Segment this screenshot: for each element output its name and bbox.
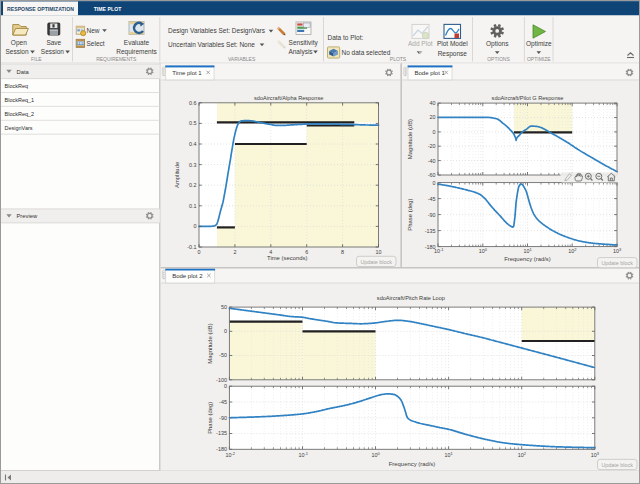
svg-text:-20: -20: [428, 143, 436, 149]
svg-text:BlockReq_1: BlockReq_1: [5, 97, 35, 103]
svg-text:2: 2: [233, 249, 236, 255]
svg-text:0.6: 0.6: [189, 100, 197, 106]
svg-text:Optimize: Optimize: [526, 40, 552, 48]
svg-text:Session: Session: [41, 48, 65, 55]
svg-text:Session: Session: [5, 48, 29, 55]
svg-text:Magnitude (dB): Magnitude (dB): [407, 119, 413, 159]
svg-text:Options: Options: [486, 40, 509, 48]
svg-text:-60: -60: [428, 172, 436, 178]
svg-text:Select: Select: [87, 40, 105, 47]
svg-text:0: 0: [194, 223, 197, 229]
svg-text:DesignVars: DesignVars: [5, 125, 33, 131]
svg-text:0: 0: [433, 180, 436, 186]
svg-text:Requirements: Requirements: [116, 48, 157, 56]
svg-text:20: 20: [430, 114, 436, 120]
svg-text:Sensitivity: Sensitivity: [289, 39, 319, 47]
svg-text:Bode plot 2: Bode plot 2: [172, 273, 203, 279]
svg-text:Update block: Update block: [601, 260, 633, 266]
svg-text:Plot Model: Plot Model: [437, 40, 468, 47]
svg-text:Evaluate: Evaluate: [124, 39, 150, 46]
svg-text:No data selected: No data selected: [342, 49, 391, 56]
svg-text:Data to Plot:: Data to Plot:: [328, 34, 364, 41]
svg-text:0: 0: [198, 249, 201, 255]
svg-text:Data: Data: [17, 69, 30, 75]
svg-text:sdoAircraft/Pilot G Response: sdoAircraft/Pilot G Response: [492, 95, 564, 101]
svg-text:VARIABLES: VARIABLES: [228, 56, 256, 62]
svg-text:-90: -90: [428, 212, 436, 218]
svg-text:-45: -45: [219, 399, 227, 405]
svg-text:Response: Response: [438, 50, 468, 58]
svg-text:-100: -100: [216, 377, 227, 383]
svg-text:0.1: 0.1: [189, 203, 197, 209]
svg-text:40: 40: [430, 100, 436, 106]
svg-text:Save: Save: [46, 39, 61, 46]
svg-text:Frequency (rad/s): Frequency (rad/s): [504, 256, 551, 262]
svg-text:TIME PLOT: TIME PLOT: [94, 6, 122, 12]
svg-text:Update block: Update block: [360, 259, 392, 265]
svg-text:Magnitude (dB): Magnitude (dB): [207, 323, 213, 363]
svg-text:10: 10: [376, 249, 382, 255]
svg-text:Bode plot 1: Bode plot 1: [415, 70, 446, 76]
svg-text:0.4: 0.4: [189, 141, 197, 147]
svg-text:-0.1: -0.1: [187, 244, 196, 250]
svg-text:0: 0: [433, 129, 436, 135]
svg-text:0.3: 0.3: [189, 162, 197, 168]
svg-text:Open: Open: [11, 39, 27, 47]
svg-text:-50: -50: [219, 352, 227, 358]
svg-text:FILE: FILE: [31, 56, 42, 62]
svg-text:Update block: Update block: [601, 462, 633, 468]
svg-text:-90: -90: [219, 415, 227, 421]
svg-text:Design Variables Set: DesignVa: Design Variables Set: DesignVars: [168, 27, 266, 35]
svg-text:8: 8: [341, 249, 344, 255]
svg-text:-135: -135: [216, 430, 227, 436]
svg-text:0.2: 0.2: [189, 182, 197, 188]
svg-text:REQUIREMENTS: REQUIREMENTS: [96, 56, 137, 62]
svg-text:PLOTS: PLOTS: [390, 56, 407, 62]
svg-text:Add Plot: Add Plot: [408, 40, 433, 47]
svg-text:New: New: [87, 27, 100, 34]
svg-text:sdoAircraft/Alpha Response: sdoAircraft/Alpha Response: [254, 95, 323, 101]
svg-text:OPTIMIZE: OPTIMIZE: [527, 56, 551, 62]
svg-text:BlockReq: BlockReq: [5, 83, 29, 89]
svg-text:Time plot 1: Time plot 1: [172, 70, 202, 76]
svg-text:OPTIONS: OPTIONS: [487, 56, 510, 62]
svg-text:0: 0: [224, 328, 227, 334]
svg-text:0: 0: [224, 383, 227, 389]
svg-text:-40: -40: [428, 158, 436, 164]
svg-text:Amplitude: Amplitude: [175, 161, 181, 188]
svg-text:-135: -135: [425, 228, 436, 234]
svg-text:50: 50: [221, 304, 227, 310]
svg-text:Uncertain Variables Set: None: Uncertain Variables Set: None: [168, 41, 255, 48]
svg-text:-45: -45: [428, 196, 436, 202]
svg-text:Phase (deg): Phase (deg): [407, 199, 413, 231]
svg-text:sdoAircraft/Pitch Rate Loop: sdoAircraft/Pitch Rate Loop: [377, 295, 445, 301]
svg-text:RESPONSE OPTIMIZATION: RESPONSE OPTIMIZATION: [7, 6, 74, 12]
svg-text:Analysis: Analysis: [288, 48, 313, 56]
svg-text:BlockReq_2: BlockReq_2: [5, 111, 35, 117]
svg-text:Time (seconds): Time (seconds): [267, 255, 307, 261]
svg-text:Frequency (rad/s): Frequency (rad/s): [389, 461, 436, 467]
svg-text:0.5: 0.5: [189, 120, 197, 126]
svg-text:Phase (deg): Phase (deg): [207, 402, 213, 434]
svg-text:Preview: Preview: [17, 213, 38, 219]
